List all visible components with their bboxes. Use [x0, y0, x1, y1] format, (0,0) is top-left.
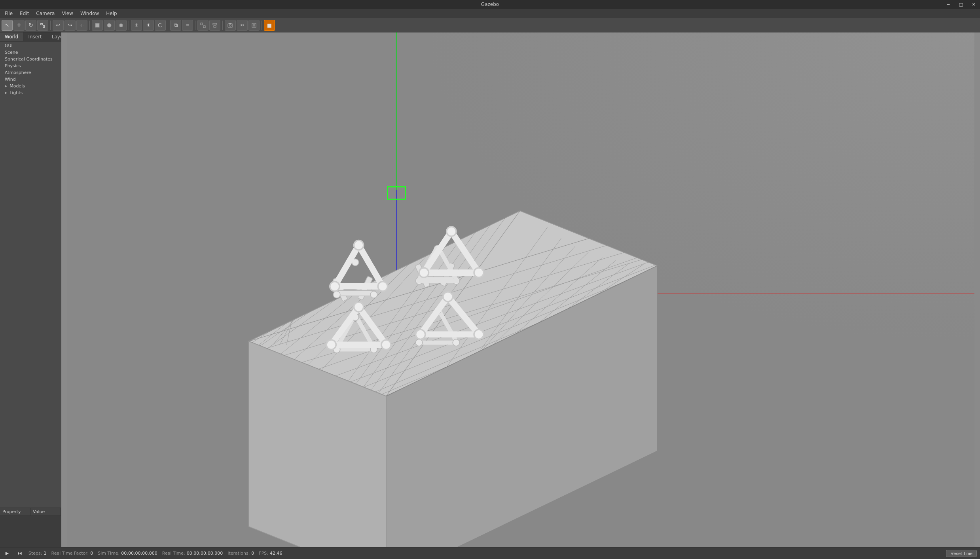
- tree-item-scene[interactable]: Scene: [0, 49, 61, 56]
- value-col-header: Value: [30, 508, 61, 515]
- world-tree: GUI Scene Spherical Coordinates Physics …: [0, 42, 61, 508]
- spot-light-button[interactable]: ⬡: [155, 20, 166, 31]
- sphere-icon: [106, 23, 112, 28]
- titlebar: Gazebo ─ □ ✕: [0, 0, 980, 9]
- record-button[interactable]: ≈: [237, 20, 248, 31]
- left-panel: World Insert Layers GUI Scene Spherical …: [0, 32, 61, 547]
- svg-rect-3: [95, 23, 99, 27]
- rotate-tool-button[interactable]: ↻: [25, 20, 36, 31]
- property-col-header: Property: [0, 508, 30, 515]
- point-light-button[interactable]: ✳: [131, 20, 142, 31]
- cylinder-icon: [118, 23, 124, 28]
- screenshot-button[interactable]: [225, 20, 236, 31]
- window-controls: ─ □ ✕: [942, 0, 980, 9]
- paste-button[interactable]: ≡: [182, 20, 193, 31]
- realtime-label: Real Time:: [162, 551, 185, 556]
- sep-2: [89, 21, 90, 30]
- property-header: Property Value: [0, 508, 61, 516]
- sep-1: [50, 21, 51, 30]
- svg-point-94: [330, 282, 339, 291]
- rtf-status: Real Time Factor: 0: [51, 551, 93, 556]
- reset-time-button[interactable]: Reset Time: [946, 550, 977, 557]
- redo-button[interactable]: ↪: [64, 20, 76, 31]
- tree-item-physics[interactable]: Physics: [0, 63, 61, 69]
- scale-icon: [40, 23, 45, 28]
- menu-view[interactable]: View: [59, 10, 76, 17]
- svg-point-106: [326, 340, 336, 349]
- svg-point-88: [416, 339, 423, 346]
- box-icon: [95, 23, 100, 28]
- svg-point-67: [333, 291, 340, 298]
- tree-item-models[interactable]: Models: [0, 83, 61, 89]
- menu-edit[interactable]: Edit: [17, 10, 32, 17]
- simtime-label: Sim Time:: [98, 551, 119, 556]
- iterations-label: Iterations:: [227, 551, 250, 556]
- svg-line-2: [42, 25, 43, 26]
- log-button[interactable]: [248, 20, 260, 31]
- sep-3: [129, 21, 129, 30]
- tab-insert[interactable]: Insert: [23, 32, 47, 41]
- svg-point-100: [419, 268, 428, 277]
- scene-svg: [61, 32, 980, 547]
- viewport-3d[interactable]: [61, 32, 980, 547]
- translate-tool-button[interactable]: ✛: [13, 20, 25, 31]
- svg-rect-7: [203, 26, 205, 28]
- main-content: World Insert Layers GUI Scene Spherical …: [0, 32, 980, 547]
- svg-point-105: [354, 302, 363, 312]
- menu-window[interactable]: Window: [77, 10, 102, 17]
- svg-rect-6: [201, 23, 203, 25]
- scale-tool-button[interactable]: [37, 20, 48, 31]
- svg-point-93: [354, 241, 363, 250]
- align-button[interactable]: [209, 20, 220, 31]
- svg-point-95: [378, 282, 387, 291]
- sep-4: [168, 21, 168, 30]
- screenshot-icon: [227, 23, 233, 28]
- play-button[interactable]: ▶: [3, 550, 11, 557]
- maximize-button[interactable]: □: [955, 0, 967, 9]
- select-tool-button[interactable]: ↖: [2, 20, 13, 31]
- svg-rect-12: [229, 23, 231, 24]
- tree-item-wind[interactable]: Wind: [0, 76, 61, 83]
- svg-point-101: [474, 268, 483, 277]
- tree-item-atmosphere[interactable]: Atmosphere: [0, 69, 61, 76]
- svg-point-11: [229, 24, 231, 26]
- realtime-value: 00:00:00:00.000: [187, 551, 223, 556]
- iterations-value: 0: [251, 551, 254, 556]
- cylinder-button[interactable]: [116, 20, 127, 31]
- menu-help[interactable]: Help: [103, 10, 120, 17]
- tree-item-lights[interactable]: Lights: [0, 89, 61, 96]
- fps-value: 42.46: [270, 551, 282, 556]
- directional-light-button[interactable]: ☀: [143, 20, 154, 31]
- log-icon: [251, 23, 257, 28]
- simtime-status: Sim Time: 00:00:00:00.000: [98, 551, 157, 556]
- tree-item-spherical-coords[interactable]: Spherical Coordinates: [0, 56, 61, 63]
- simtime-value: 00:00:00:00.000: [121, 551, 157, 556]
- undo-button[interactable]: ↩: [53, 20, 64, 31]
- statusbar: ▶ ⏭ Steps: 1 Real Time Factor: 0 Sim Tim…: [0, 547, 980, 559]
- special-button[interactable]: ■: [264, 20, 275, 31]
- step-button[interactable]: ⏭: [16, 550, 24, 557]
- snap-button[interactable]: [197, 20, 209, 31]
- svg-point-107: [381, 340, 391, 349]
- menu-camera[interactable]: Camera: [33, 10, 58, 17]
- menubar: File Edit Camera View Window Help: [0, 9, 980, 18]
- tab-world[interactable]: World: [0, 32, 23, 41]
- align-icon: [212, 23, 218, 28]
- svg-rect-1: [43, 26, 45, 27]
- tree-item-gui[interactable]: GUI: [0, 42, 61, 49]
- box-button[interactable]: [92, 20, 103, 31]
- svg-rect-65: [335, 290, 376, 296]
- copy-button[interactable]: ⧉: [170, 20, 181, 31]
- minimize-button[interactable]: ─: [942, 0, 955, 9]
- steps-value: 1: [44, 551, 46, 556]
- property-panel: Property Value: [0, 508, 61, 547]
- svg-rect-5: [119, 24, 123, 27]
- close-button[interactable]: ✕: [967, 0, 980, 9]
- svg-point-68: [370, 291, 377, 298]
- step-button[interactable]: ·|·: [76, 20, 87, 31]
- sphere-button[interactable]: [104, 20, 115, 31]
- svg-rect-0: [41, 23, 42, 25]
- menu-file[interactable]: File: [2, 10, 16, 17]
- sep-6: [222, 21, 223, 30]
- svg-rect-8: [213, 23, 217, 25]
